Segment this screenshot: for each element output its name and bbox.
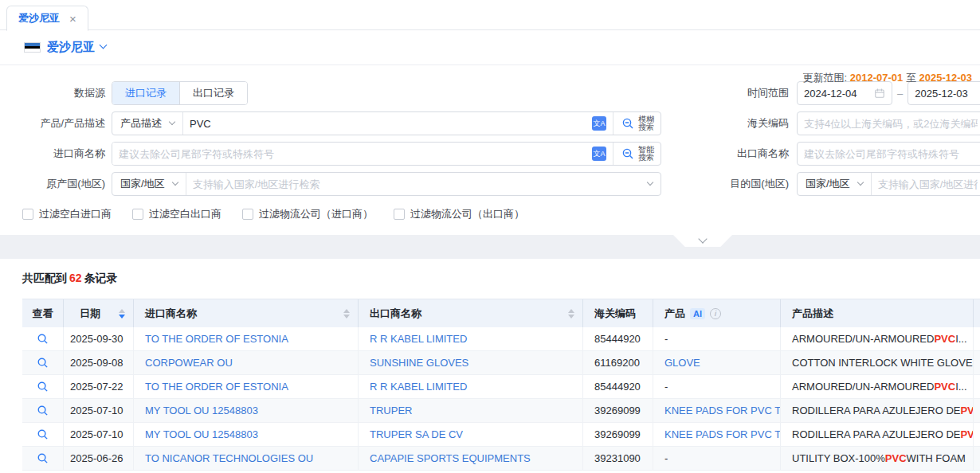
chevron-down-icon[interactable] <box>100 41 108 49</box>
cell-exporter[interactable]: R R KABEL LIMITED <box>359 375 583 398</box>
cell-extra <box>974 351 980 374</box>
destination-country-input[interactable] <box>872 173 980 195</box>
col-extra <box>974 299 980 327</box>
exporter-input[interactable] <box>797 142 980 166</box>
view-record-button[interactable] <box>37 452 49 464</box>
start-date-input[interactable] <box>804 88 871 100</box>
magnifier-icon <box>37 381 49 393</box>
product-type-select[interactable]: 产品描述 <box>112 112 183 135</box>
checkbox-icon <box>132 209 143 220</box>
filter-checkboxes: 过滤空白进口商 过滤空白出口商 过滤物流公司（进口商） 过滤物流公司（出口商） <box>0 207 980 221</box>
update-range-from: 2012-07-01 <box>850 72 904 84</box>
col-exporter[interactable]: 出口商名称 <box>359 299 583 327</box>
cell-importer[interactable]: TO NICANOR TECHNOLOGIES OU <box>134 447 359 470</box>
chevron-down-icon <box>698 234 707 243</box>
table-row: 2025-07-10 MY TOOL OU 12548803 TRUPER SA… <box>22 423 980 447</box>
cell-importer[interactable]: CORPOWEAR OU <box>134 351 359 374</box>
sort-exporter-icon[interactable] <box>568 309 574 319</box>
translate-icon[interactable]: 文A <box>592 116 606 131</box>
export-records-button[interactable]: 出口记录 <box>179 82 247 104</box>
table-row: 2025-07-22 TO THE ORDER OF ESTONIA R R K… <box>22 375 980 399</box>
end-date-input[interactable] <box>915 88 980 100</box>
cell-hs-code: 39269099 <box>583 399 653 422</box>
cell-exporter[interactable]: CAPAPIE SPORTS EQUIPMENTS <box>359 447 583 470</box>
destination-type-value: 国家/地区 <box>806 177 850 191</box>
table-row: 2025-07-10 MY TOOL OU 12548803 TRUPER 39… <box>22 399 980 423</box>
importer-input[interactable] <box>112 143 592 165</box>
cell-hs-code: 85444920 <box>583 327 653 350</box>
magnifier-icon <box>37 405 49 416</box>
info-icon[interactable]: i <box>710 308 721 319</box>
summary-prefix: 共匹配到 <box>22 272 67 284</box>
checkbox-icon <box>242 209 253 220</box>
results-summary: 共匹配到62条记录 <box>22 272 980 286</box>
checkbox-label: 过滤空白进口商 <box>39 207 112 221</box>
product-search-input[interactable] <box>183 112 592 135</box>
update-range-to: 2025-12-03 <box>919 72 973 84</box>
results-count: 62 <box>67 272 84 284</box>
chevron-down-icon <box>169 119 175 125</box>
table-row: 2025-09-08 CORPOWEAR OU SUNSHINE GLOVES … <box>22 351 980 375</box>
view-record-button[interactable] <box>37 428 49 440</box>
country-name[interactable]: 爱沙尼亚 <box>47 40 95 55</box>
view-record-button[interactable] <box>37 381 49 393</box>
col-importer[interactable]: 进口商名称 <box>134 299 359 327</box>
cell-extra <box>974 375 980 398</box>
magnifier-icon <box>37 452 49 464</box>
cell-description: ARMOURED/UN-ARMOURED PVC I... <box>781 375 974 398</box>
results-table: 查看 日期 进口商名称 出口商名称 海关编码 产品AIi 产品描述 2025-0… <box>22 299 980 471</box>
hs-code-input[interactable] <box>797 111 980 135</box>
exporter-label: 出口商名称 <box>661 147 797 161</box>
tab-label: 爱沙尼亚 <box>18 11 60 25</box>
close-icon[interactable]: × <box>69 13 76 25</box>
cell-date: 2025-09-08 <box>64 351 134 374</box>
checkbox-filter-blank-exporter[interactable]: 过滤空白出口商 <box>132 207 221 221</box>
checkbox-label: 过滤空白出口商 <box>149 207 221 221</box>
translate-icon[interactable]: 文A <box>592 147 606 161</box>
view-record-button[interactable] <box>37 333 49 345</box>
data-source-label: 数据源 <box>0 86 112 100</box>
checkbox-filter-logistics-exporter[interactable]: 过滤物流公司（出口商） <box>394 207 524 221</box>
cell-exporter[interactable]: TRUPER <box>359 399 583 422</box>
cell-description: RODILLERA PARA AZULEJERO DE PVC <box>781 399 974 422</box>
smart-search-button[interactable]: 智能搜索 <box>613 143 661 165</box>
cell-importer[interactable]: MY TOOL OU 12548803 <box>134 423 359 446</box>
chevron-down-icon <box>857 179 863 186</box>
destination-type-select[interactable]: 国家/地区 <box>798 173 872 195</box>
fuzzy-search-button[interactable]: 模糊搜索 <box>613 112 661 135</box>
cell-product: - <box>653 327 781 350</box>
filter-panel: 更新范围: 2012-07-01 至 2025-12-03 数据源 进口记录 出… <box>0 65 980 235</box>
col-date[interactable]: 日期 <box>64 299 134 327</box>
checkbox-filter-logistics-importer[interactable]: 过滤物流公司（进口商） <box>242 207 373 221</box>
cell-hs-code: 61169200 <box>583 351 653 374</box>
cell-product[interactable]: KNEE PADS FOR PVC T... <box>653 399 781 422</box>
sort-date-icon[interactable] <box>119 309 125 319</box>
cell-exporter[interactable]: TRUPER SA DE CV <box>359 423 583 446</box>
col-product: 产品AIi <box>653 299 781 327</box>
table-row: 2025-09-30 TO THE ORDER OF ESTONIA R R K… <box>22 327 980 351</box>
origin-country-input[interactable] <box>186 173 648 195</box>
cell-extra <box>974 447 980 470</box>
import-records-button[interactable]: 进口记录 <box>112 82 179 104</box>
origin-type-select[interactable]: 国家/地区 <box>112 173 186 195</box>
cell-importer[interactable]: TO THE ORDER OF ESTONIA <box>134 375 359 398</box>
cell-importer[interactable]: MY TOOL OU 12548803 <box>134 399 359 422</box>
estonia-flag-icon <box>24 42 41 53</box>
cell-description: UTILITY BOX-100% PVC WITH FOAM <box>781 447 974 470</box>
view-record-button[interactable] <box>37 405 49 416</box>
collapse-panel-button[interactable] <box>673 235 732 247</box>
checkbox-filter-blank-importer[interactable]: 过滤空白进口商 <box>22 207 112 221</box>
col-importer-label: 进口商名称 <box>145 307 197 321</box>
cell-exporter[interactable]: R R KABEL LIMITED <box>359 327 583 350</box>
cell-exporter[interactable]: SUNSHINE GLOVES <box>359 351 583 374</box>
time-range-label: 时间范围 <box>661 86 797 100</box>
update-range-to-word: 至 <box>906 72 916 84</box>
cell-date: 2025-07-10 <box>64 399 134 422</box>
table-row: 2025-06-26 TO NICANOR TECHNOLOGIES OU CA… <box>22 447 980 471</box>
tab-estonia[interactable]: 爱沙尼亚 × <box>6 6 88 31</box>
cell-product[interactable]: GLOVE <box>653 351 781 374</box>
cell-importer[interactable]: TO THE ORDER OF ESTONIA <box>134 327 359 350</box>
view-record-button[interactable] <box>37 357 49 369</box>
cell-product[interactable]: KNEE PADS FOR PVC T... <box>653 423 781 446</box>
sort-importer-icon[interactable] <box>343 309 350 319</box>
